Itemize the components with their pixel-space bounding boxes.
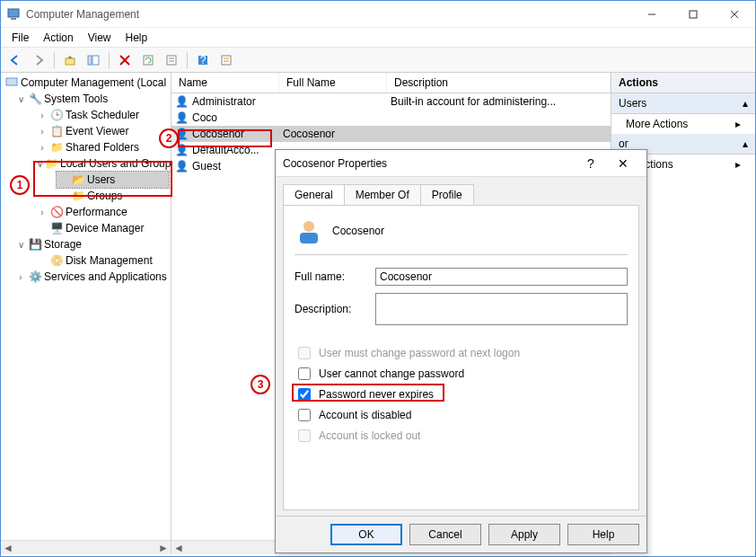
collapse-icon: ▴ — [743, 137, 748, 150]
disk-icon: 📀 — [49, 253, 64, 268]
tab-general[interactable]: General — [283, 184, 345, 205]
tab-profile[interactable]: Profile — [420, 184, 474, 205]
titlebar: Computer Management — [1, 1, 755, 28]
minimize-button[interactable] — [631, 1, 672, 28]
tools-icon: 🔧 — [28, 92, 42, 106]
cancel-button[interactable]: Cancel — [409, 524, 481, 545]
svg-rect-6 — [66, 58, 75, 65]
chk-mustchange: User must change password at next logon — [294, 344, 628, 362]
tree-storage[interactable]: ∨💾Storage — [13, 236, 169, 252]
chevron-right-icon: ▸ — [735, 158, 741, 171]
col-fullname[interactable]: Full Name — [279, 73, 387, 93]
chk-neverexpires[interactable]: Password never expires — [294, 385, 628, 403]
navigation-tree[interactable]: Computer Management (Local ∨🔧System Tool… — [1, 73, 171, 554]
tree-services-apps[interactable]: ›⚙️Services and Applications — [13, 269, 169, 285]
tree-event-viewer[interactable]: ›📋Event Viewer — [35, 123, 169, 139]
clock-icon: 🕒 — [49, 108, 64, 122]
refresh-button[interactable] — [137, 50, 159, 70]
up-button[interactable] — [59, 50, 81, 70]
menu-view[interactable]: View — [81, 30, 119, 46]
actions-more-users[interactable]: More Actions ▸ — [611, 114, 755, 134]
svg-rect-17 — [222, 56, 231, 65]
svg-rect-0 — [8, 9, 19, 17]
user-icon: 👤 — [175, 111, 189, 124]
export-list-button[interactable] — [215, 50, 237, 70]
tree-scrollbar[interactable]: ◄ ► — [1, 540, 171, 554]
actions-section-users[interactable]: Users ▴ — [611, 93, 755, 114]
tree-users[interactable]: 📂Users — [57, 172, 169, 188]
folder-icon: 📁 — [71, 189, 85, 203]
tree-task-scheduler[interactable]: ›🕒Task Scheduler — [35, 107, 169, 123]
dialog-titlebar: Cocosenor Properties ? ✕ — [276, 150, 646, 177]
col-name[interactable]: Name — [171, 73, 279, 93]
perf-icon: 🚫 — [49, 205, 64, 219]
help-dialog-button[interactable]: Help — [567, 524, 639, 545]
user-icon: 👤 — [175, 160, 189, 172]
col-description[interactable]: Description — [387, 73, 611, 93]
list-header: Name Full Name Description — [171, 73, 611, 93]
dialog-close-button[interactable]: ✕ — [607, 156, 639, 171]
delete-button[interactable] — [114, 50, 136, 70]
list-row[interactable]: 👤CocosenorCocosenor — [171, 126, 611, 142]
show-hide-tree-button[interactable] — [83, 50, 104, 70]
dialog-buttons: OK Cancel Apply Help — [276, 516, 646, 553]
tree-local-users-groups[interactable]: ∨📁Local Users and Groups — [35, 155, 169, 172]
tree-root[interactable]: Computer Management (Local — [3, 75, 169, 91]
forward-button[interactable] — [28, 50, 49, 70]
services-icon: ⚙️ — [28, 270, 42, 284]
tree-groups[interactable]: 📁Groups — [57, 188, 169, 204]
scroll-right-icon[interactable]: ► — [156, 541, 171, 555]
list-row[interactable]: 👤Coco — [171, 110, 611, 126]
scroll-left-icon[interactable]: ◄ — [1, 541, 15, 555]
user-properties-dialog: Cocosenor Properties ? ✕ General Member … — [275, 149, 647, 553]
fullname-input[interactable] — [375, 268, 628, 286]
apply-button[interactable]: Apply — [488, 524, 560, 545]
chk-cannotchange[interactable]: User cannot change password — [294, 365, 628, 383]
device-icon: 🖥️ — [49, 221, 64, 235]
user-icon: 👤 — [175, 95, 189, 108]
users-folder-icon: 📁 — [45, 156, 58, 171]
svg-point-21 — [303, 221, 314, 232]
chk-disabled[interactable]: Account is disabled — [294, 406, 628, 424]
computer-management-window: Computer Management File Action View Hel… — [0, 0, 756, 557]
svg-rect-12 — [167, 56, 176, 65]
tab-memberof[interactable]: Member Of — [344, 184, 421, 205]
maximize-button[interactable] — [672, 1, 714, 28]
tree-shared-folders[interactable]: ›📁Shared Folders — [35, 139, 169, 155]
help-button[interactable]: ? — [192, 50, 214, 70]
menu-file[interactable]: File — [4, 30, 36, 46]
list-row[interactable]: 👤AdministratorBuilt-in account for admin… — [171, 93, 611, 110]
chk-locked: Account is locked out — [294, 427, 628, 445]
menubar: File Action View Help — [1, 28, 755, 48]
fullname-label: Full name: — [294, 270, 375, 283]
svg-rect-3 — [690, 11, 697, 18]
collapse-icon: ▴ — [743, 97, 748, 110]
menu-help[interactable]: Help — [119, 30, 155, 46]
user-icon — [294, 217, 323, 245]
back-button[interactable] — [4, 50, 26, 70]
tree-disk-management[interactable]: 📀Disk Management — [35, 252, 169, 269]
svg-rect-8 — [92, 56, 99, 65]
svg-rect-7 — [88, 56, 92, 65]
menu-action[interactable]: Action — [36, 30, 80, 46]
tree-device-manager[interactable]: 🖥️Device Manager — [35, 220, 169, 236]
tree-performance[interactable]: ›🚫Performance — [35, 204, 169, 220]
description-input[interactable] — [375, 293, 628, 325]
folder-icon: 📂 — [71, 172, 85, 187]
dialog-title: Cocosenor Properties — [283, 157, 575, 170]
dialog-help-button[interactable]: ? — [575, 156, 607, 171]
folder-icon: 📁 — [49, 140, 64, 155]
user-icon: 👤 — [175, 144, 189, 156]
svg-rect-20 — [6, 78, 17, 85]
tree-system-tools[interactable]: ∨🔧System Tools — [13, 91, 169, 107]
svg-text:?: ? — [200, 54, 207, 66]
chevron-right-icon: ▸ — [735, 118, 741, 130]
ok-button[interactable]: OK — [330, 524, 402, 545]
properties-button[interactable] — [161, 50, 182, 70]
scroll-left-icon[interactable]: ◄ — [171, 541, 186, 555]
app-icon — [6, 7, 21, 22]
description-label: Description: — [294, 303, 375, 315]
storage-icon: 💾 — [28, 237, 42, 252]
actions-title: Actions — [611, 73, 755, 93]
close-button[interactable] — [714, 1, 755, 28]
